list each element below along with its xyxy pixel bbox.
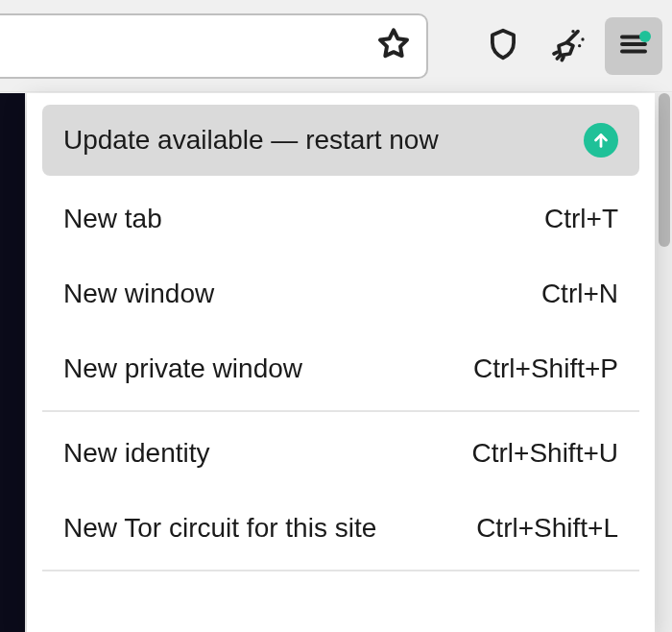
url-bar[interactable]: [0, 13, 428, 79]
star-icon[interactable]: [374, 25, 413, 67]
arrow-up-circle-icon: [584, 123, 618, 158]
menu-item-label: New window: [63, 279, 524, 309]
browser-toolbar: [0, 0, 672, 92]
scrollbar-thumb[interactable]: [659, 93, 670, 247]
menu-item-shortcut: Ctrl+Shift+P: [456, 353, 618, 384]
hamburger-menu-button[interactable]: [605, 17, 662, 75]
menu-item-shortcut: Ctrl+Shift+L: [459, 513, 618, 544]
menu-item-new-tor-circuit[interactable]: New Tor circuit for this site Ctrl+Shift…: [42, 491, 639, 566]
update-indicator-dot: [639, 31, 651, 42]
menu-separator: [42, 410, 639, 412]
page-content-edge: [0, 93, 25, 632]
menu-item-new-identity[interactable]: New identity Ctrl+Shift+U: [42, 416, 639, 491]
svg-point-0: [578, 44, 581, 47]
svg-point-2: [571, 30, 574, 33]
update-label: Update available — restart now: [63, 125, 584, 156]
app-menu-popup: Update available — restart now New tab C…: [27, 93, 655, 632]
menu-separator: [42, 570, 639, 571]
menu-item-shortcut: Ctrl+N: [524, 279, 618, 309]
menu-item-shortcut: Ctrl+T: [527, 204, 618, 234]
vertical-scrollbar[interactable]: [657, 93, 672, 632]
menu-item-label: New Tor circuit for this site: [63, 513, 459, 544]
menu-item-label: New identity: [63, 438, 455, 469]
shield-icon: [485, 26, 521, 66]
broom-icon: [549, 25, 588, 67]
menu-item-new-window[interactable]: New window Ctrl+N: [42, 256, 639, 331]
menu-item-new-private-window[interactable]: New private window Ctrl+Shift+P: [42, 331, 639, 406]
menu-item-label: New tab: [63, 204, 527, 234]
svg-point-1: [581, 37, 584, 40]
browser-viewport: Update available — restart now New tab C…: [0, 0, 672, 632]
menu-item-label: New private window: [63, 353, 456, 384]
broom-button[interactable]: [540, 17, 597, 75]
menu-item-new-tab[interactable]: New tab Ctrl+T: [42, 182, 639, 256]
shield-button[interactable]: [474, 17, 532, 75]
menu-item-shortcut: Ctrl+Shift+U: [455, 438, 619, 469]
menu-item-update-available[interactable]: Update available — restart now: [42, 105, 639, 176]
